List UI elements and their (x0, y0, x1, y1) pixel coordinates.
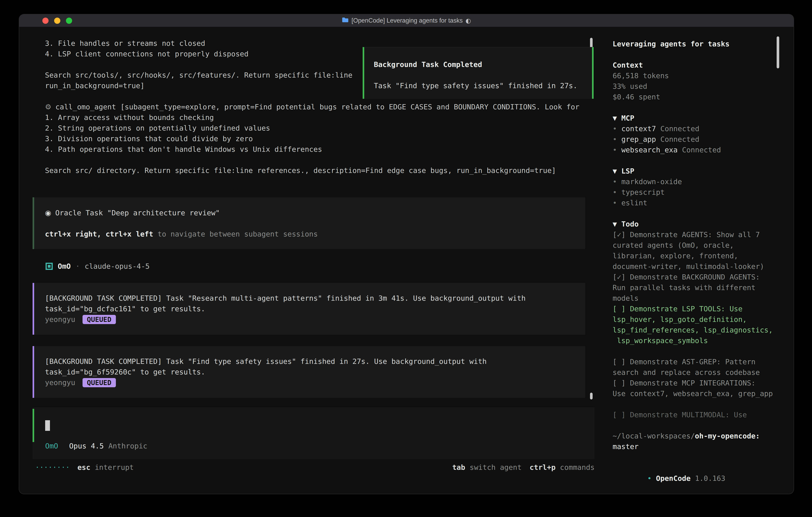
esc-key-hint: esc (77, 462, 90, 472)
todo-section: ▼Todo [✓] Demonstrate AGENTS: Show all 7… (613, 219, 775, 420)
bullet-icon: • (647, 474, 651, 483)
traffic-lights (42, 15, 72, 27)
chevron-down-icon: ▼ (613, 220, 617, 228)
mcp-section: ▼MCP •context7Connected •grep_appConnect… (613, 113, 775, 155)
context-tokens: 66,518 tokens (613, 71, 775, 81)
tool-call-block: ⚙call_omo_agent [subagent_type=explore, … (19, 102, 604, 176)
mcp-item: •grep_appConnected (613, 134, 775, 144)
main-scrollbar-thumb-secondary[interactable] (590, 393, 592, 400)
blank-line (45, 218, 577, 229)
bullet-icon: • (613, 178, 617, 186)
agent-name: OmO (58, 261, 71, 272)
task-message-line: [BACKGROUND TASK COMPLETED] Task "Find t… (45, 356, 577, 366)
spinner-dots-icon: ········ (35, 462, 70, 472)
esc-key-label: interrupt (95, 462, 134, 472)
separator-dot: · (76, 261, 80, 272)
tool-call-line: ⚙call_omo_agent [subagent_type=explore, … (45, 102, 604, 112)
lsp-section-header[interactable]: ▼LSP (613, 166, 775, 176)
log-line: 4. Path operations that don't handle Win… (45, 144, 604, 155)
fisheye-icon: ◉ (45, 209, 51, 217)
notification-title: Background Task Completed (374, 59, 592, 70)
workspace-path: ~/local-workspaces/oh-my-opencode: (613, 431, 775, 441)
input-accent-bar (33, 409, 34, 442)
task-message-line: task_id="bg_6f59260c" to get results. (45, 366, 577, 377)
lsp-item: •typescript (613, 187, 775, 197)
bullet-icon: • (613, 199, 617, 207)
agent-header: OmO · claude-opus-4-5 (46, 261, 604, 272)
background-task-panel: [BACKGROUND TASK COMPLETED] Task "Find t… (33, 346, 585, 398)
todo-item-active: [ ] Demonstrate LSP TOOLS: Use lsp_hover… (613, 303, 775, 346)
todo-item: [✓] Demonstrate BACKGROUND AGENTS: Run p… (613, 272, 775, 303)
tab-key-label: switch agent (469, 462, 521, 472)
lsp-item: •markdown-oxide (613, 176, 775, 187)
status-bar: ········ esc interrupt tab switch agent … (35, 462, 594, 472)
chevron-down-icon: ▼ (613, 114, 617, 122)
status-badge: QUEUED (83, 378, 116, 387)
tool-call-text: call_omo_agent [subagent_type=explore, p… (55, 103, 579, 111)
log-line: Search src/ directory. Return specific f… (45, 165, 604, 176)
mcp-section-header[interactable]: ▼MCP (613, 113, 775, 124)
terminal-window: [OpenCode] Leveraging agents for tasks ◐… (19, 15, 793, 494)
bullet-icon: • (613, 146, 617, 154)
log-line: 3. Division operations that could divide… (45, 133, 604, 144)
status-badge: QUEUED (83, 315, 116, 324)
prompt-input[interactable]: OmO Opus 4.5 Anthropic (33, 407, 594, 459)
oracle-navigation-hint: ctrl+x right, ctrl+x left to navigate be… (45, 229, 577, 239)
oracle-task-title: ◉Oracle Task "Deep architecture review" (45, 208, 577, 218)
window-title: [OpenCode] Leveraging agents for tasks ◐ (342, 17, 471, 24)
hint-keys: ctrl+x right, ctrl+x left (45, 230, 153, 238)
context-section: Context 66,518 tokens 33% used $0.46 spe… (613, 60, 775, 102)
lsp-section: ▼LSP •markdown-oxide •typescript •eslint (613, 166, 775, 208)
task-meta-row: yeongyu QUEUED (45, 377, 577, 388)
log-line: 2. String operations on potentially unde… (45, 123, 604, 133)
task-message-line: task_id="bg_dcfac161" to get results. (45, 303, 577, 314)
context-spent: $0.46 spent (613, 91, 775, 102)
session-state-icon: ◐ (466, 17, 471, 24)
oracle-task-panel: ◉Oracle Task "Deep architecture review" … (33, 197, 585, 249)
agent-model: claude-opus-4-5 (85, 261, 150, 272)
ctrlp-key-hint: ctrl+p (530, 462, 556, 472)
window-titlebar: [OpenCode] Leveraging agents for tasks ◐ (19, 15, 793, 27)
hint-text: to navigate between subagent sessions (153, 230, 318, 238)
window-title-text: [OpenCode] Leveraging agents for tasks (351, 17, 463, 24)
folder-icon (342, 17, 349, 24)
mcp-item: •websearch_exaConnected (613, 144, 775, 155)
status-bar-left: ········ esc interrupt (35, 462, 134, 472)
background-task-panel: [BACKGROUND TASK COMPLETED] Task "Resear… (33, 283, 585, 335)
todo-item: [ ] Demonstrate MCP INTEGRATIONS: Use co… (613, 378, 775, 399)
session-title: Leveraging agents for tasks (613, 38, 775, 49)
model-provider-label: Anthropic (108, 441, 147, 451)
tab-key-hint: tab (452, 462, 465, 472)
workspace-branch: master (613, 441, 775, 452)
model-row: OmO Opus 4.5 Anthropic (45, 441, 147, 451)
conversation-pane: 3. File handles or streams not closed 4.… (19, 27, 604, 494)
task-message-line: [BACKGROUND TASK COMPLETED] Task "Resear… (45, 293, 577, 303)
chevron-down-icon: ▼ (613, 167, 617, 175)
todo-section-header[interactable]: ▼Todo (613, 219, 775, 229)
notification-toast: Background Task Completed Task "Find typ… (362, 47, 593, 99)
zoom-window-button[interactable] (66, 18, 72, 24)
task-user: yeongyu (45, 314, 75, 325)
log-line: 1. Array access without bounds checking (45, 112, 604, 123)
agent-icon (46, 263, 53, 270)
notification-body: Task "Find type safety issues" finished … (374, 80, 592, 91)
todo-item: [ ] Demonstrate MULTIMODAL: Use (613, 409, 775, 420)
context-used: 33% used (613, 81, 775, 91)
close-window-button[interactable] (42, 18, 49, 24)
active-model-label: Opus 4.5 (69, 441, 104, 451)
workspace-info: ~/local-workspaces/oh-my-opencode: maste… (613, 431, 775, 452)
task-meta-row: yeongyu QUEUED (45, 314, 577, 325)
mcp-item: •context7Connected (613, 124, 775, 134)
active-agent-label: OmO (45, 441, 58, 451)
status-bar-right: tab switch agent ctrl+p commands (452, 462, 594, 472)
lsp-item: •eslint (613, 197, 775, 208)
todo-item: [ ] Demonstrate AST-GREP: Pattern search… (613, 356, 775, 378)
bullet-icon: • (613, 188, 617, 196)
log-line (45, 155, 604, 165)
sidebar-scrollbar-thumb[interactable] (777, 36, 779, 69)
sidebar: Leveraging agents for tasks Context 66,5… (604, 27, 793, 494)
minimize-window-button[interactable] (54, 18, 60, 24)
bullet-icon: • (613, 125, 617, 133)
todo-item: [✓] Demonstrate AGENTS: Show all 7 curat… (613, 229, 775, 272)
text-cursor (45, 420, 50, 431)
